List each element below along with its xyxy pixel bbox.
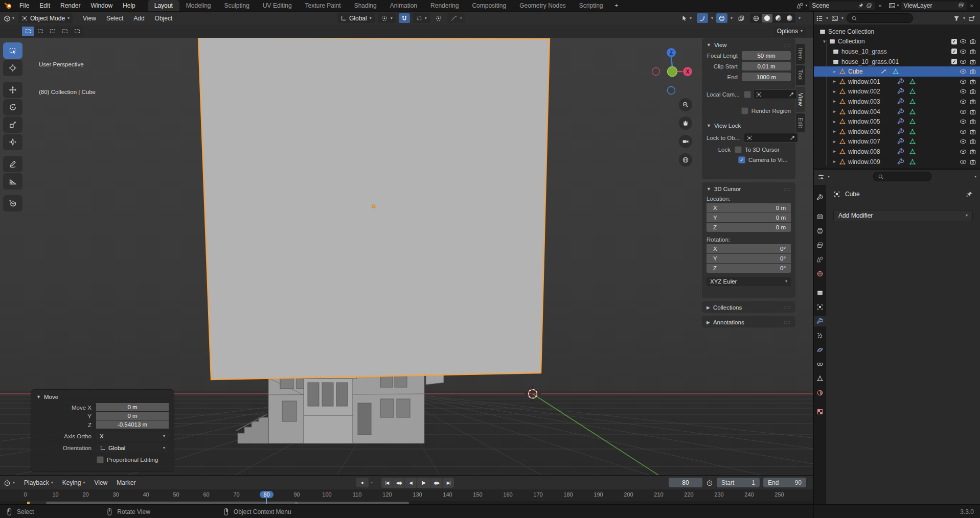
overlays-toggle[interactable] [716, 13, 727, 23]
pan-button[interactable] [679, 116, 692, 130]
tab-modifiers[interactable] [814, 316, 826, 326]
remove-viewlayer-button[interactable]: ✕ [969, 3, 975, 9]
xray-toggle[interactable] [736, 13, 747, 23]
outliner-search-input[interactable] [847, 13, 913, 23]
new-scene-icon[interactable] [866, 3, 872, 9]
panel-divider-vertical[interactable] [813, 11, 814, 518]
workspace-tab[interactable]: Sculpting [218, 0, 256, 11]
move-tool[interactable] [3, 82, 22, 98]
new-collection-icon[interactable] [968, 15, 975, 22]
measure-tool[interactable] [3, 173, 22, 190]
timeline-menu-item[interactable]: Marker▾ [112, 479, 140, 486]
unlink-scene-button[interactable]: ✕ [877, 3, 883, 9]
tab-world[interactable] [814, 268, 826, 279]
exclude-checkbox[interactable]: ✓ [951, 59, 957, 64]
gizmos-toggle[interactable] [697, 13, 708, 23]
expand-arrow[interactable]: ► [831, 129, 838, 134]
menu-item[interactable]: File [14, 0, 34, 11]
auto-keying-record-button[interactable]: ● [356, 478, 369, 487]
move-collapse-chevron[interactable]: ▼ [36, 394, 41, 399]
outliner-row[interactable]: ▼ ► window.006 ✓ [814, 127, 980, 137]
workspace-tab[interactable]: Layout [148, 0, 179, 11]
outliner-item-label[interactable]: window.004 [848, 108, 880, 115]
expand-arrow[interactable]: ▼ [821, 39, 828, 44]
editor-type-chevron[interactable]: ▾ [12, 16, 14, 20]
tab-constraints[interactable] [814, 359, 826, 369]
select-mode-button[interactable] [59, 27, 71, 36]
outliner-row[interactable]: ▼ ► Scene Collection ✓ [814, 27, 980, 37]
previous-keyframe-button[interactable]: ◀◆ [393, 478, 405, 488]
field-value[interactable]: 0.01 m [742, 62, 791, 70]
gizmos-chevron[interactable]: ▾ [711, 16, 713, 20]
select-mode-button[interactable] [47, 27, 58, 36]
viewport-menu-item[interactable]: View [78, 13, 101, 24]
outliner-row[interactable]: ▼ ► window.005 ✓ [814, 116, 980, 127]
local-camera-checkbox[interactable] [744, 91, 751, 98]
visibility-eye-icon[interactable] [960, 108, 967, 115]
workspace-tab[interactable]: Geometry Nodes [513, 0, 573, 11]
options-dropdown[interactable]: Options▾ [774, 27, 806, 36]
rotation-mode-dropdown[interactable]: XYZ Euler▾ [706, 277, 791, 286]
shading-chevron[interactable]: ▾ [799, 16, 801, 20]
render-camera-icon[interactable] [969, 48, 976, 55]
select-box-tool[interactable] [3, 42, 22, 59]
play-reverse-button[interactable]: ◀ [405, 478, 417, 488]
outliner-row[interactable]: ▼ ► window.004 ✓ [814, 107, 980, 117]
visibility-eye-icon[interactable] [960, 78, 967, 85]
orientation-dropdown[interactable]: Global▾ [337, 13, 375, 23]
navigation-gizmo[interactable]: Z X [652, 48, 693, 95]
expand-arrow[interactable]: ► [831, 99, 838, 104]
outliner-row[interactable]: ▼ ► Cube ✓ [814, 66, 980, 77]
cursor-rotation-field[interactable]: Y0° [706, 254, 791, 263]
outliner-row[interactable]: ▼ ► window.002 ✓ [814, 87, 980, 97]
outliner-row[interactable]: ▼ ► house_10_grass.001 ✓ [814, 57, 980, 67]
workspace-tab[interactable]: Rendering [424, 0, 465, 11]
visibility-eye-icon[interactable] [960, 38, 967, 45]
visibility-eye-icon[interactable] [960, 48, 967, 55]
material-shading-button[interactable] [773, 14, 784, 22]
outliner-row[interactable]: ▼ ► house_10_grass ✓ [814, 46, 980, 57]
render-disabled-icon[interactable] [969, 68, 976, 75]
properties-options-chevron[interactable]: ▾ [974, 175, 976, 179]
expand-arrow[interactable]: ► [831, 109, 838, 114]
current-frame-field[interactable]: 80 [669, 478, 702, 487]
menu-item[interactable]: Edit [34, 0, 55, 11]
workspace-tab[interactable]: Texture Paint [299, 0, 348, 11]
annotations-expand-chevron[interactable]: ▶ [706, 320, 710, 325]
visibility-eye-icon[interactable] [960, 58, 967, 65]
render-camera-icon[interactable] [969, 58, 976, 65]
outliner-row[interactable]: ▼ ► window.003 ✓ [814, 97, 980, 107]
expand-arrow[interactable]: ► [831, 120, 838, 124]
expand-arrow[interactable]: ► [831, 159, 838, 164]
selected-cube[interactable] [198, 37, 550, 380]
outliner-item-label[interactable]: window.008 [848, 148, 880, 155]
snap-settings-dropdown[interactable]: ▾ [413, 13, 430, 23]
tab-output[interactable] [814, 225, 826, 236]
move-field-value[interactable]: 0 m [96, 412, 169, 420]
visibility-eye-icon[interactable] [960, 158, 967, 166]
render-region-checkbox[interactable] [741, 107, 748, 114]
tab-particles[interactable] [814, 330, 826, 341]
tab-object[interactable] [814, 301, 826, 312]
to-3d-cursor-checkbox[interactable] [735, 146, 742, 153]
blender-logo-icon[interactable] [4, 2, 12, 10]
panel-divider-horizontal[interactable] [814, 169, 980, 170]
visibility-eye-icon[interactable] [960, 68, 967, 75]
outliner-item-label[interactable]: house_10_grass.001 [841, 58, 899, 65]
outliner-filter-id-icon[interactable] [831, 15, 838, 22]
cursor-rotation-field[interactable]: X0° [706, 244, 791, 253]
use-preview-range-icon[interactable] [706, 479, 713, 486]
falloff-dropdown[interactable]: ▾ [447, 13, 465, 23]
outliner-item-label[interactable]: window.007 [848, 138, 880, 145]
view-lock-chevron[interactable]: ▼ [706, 123, 711, 128]
collections-expand-chevron[interactable]: ▶ [706, 305, 710, 310]
overlays-chevron[interactable]: ▾ [731, 16, 733, 20]
render-camera-icon[interactable] [969, 158, 976, 166]
select-mode-button[interactable] [71, 27, 83, 36]
tab-collection[interactable] [814, 287, 826, 298]
cursor-location-field[interactable]: Z0 m [706, 223, 791, 232]
outliner-item-label[interactable]: window.001 [848, 78, 880, 85]
eyedropper-icon[interactable] [788, 91, 794, 98]
3d-viewport[interactable]: Z X User Perspective (80) Collection | C… [0, 37, 813, 475]
collapse-chevron[interactable]: ▼ [706, 42, 711, 48]
